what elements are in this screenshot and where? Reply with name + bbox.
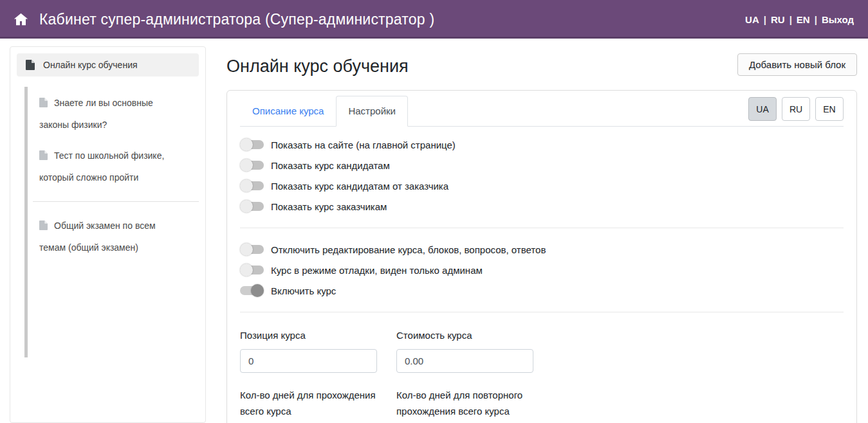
add-block-button[interactable]: Добавить новый блок xyxy=(737,53,857,76)
toggle-row: Курс в режиме отладки, виден только адми… xyxy=(240,264,844,276)
page-layout: Онлайн курс обучения Знаете ли вы основн… xyxy=(0,39,868,423)
switch-knob xyxy=(240,264,253,276)
course-position-field: Позиция курса xyxy=(240,327,377,373)
toggle-label: Показать курс кандидатам от заказчика xyxy=(271,181,448,192)
sidebar: Онлайн курс обучения Знаете ли вы основн… xyxy=(10,46,206,423)
file-icon xyxy=(26,60,35,70)
sidebar-divider xyxy=(33,201,199,202)
course-position-input[interactable] xyxy=(240,349,377,373)
file-icon xyxy=(39,98,48,107)
sidebar-item-label: Общий экзамен по всем темам (общий экзам… xyxy=(39,221,156,253)
sidebar-item-label: Онлайн курс обучения xyxy=(43,60,138,70)
toggle-label: Показать курс кандидатам xyxy=(271,160,390,171)
section-divider xyxy=(240,228,844,228)
sidebar-item-block-3[interactable]: Общий экзамен по всем темам (общий экзам… xyxy=(28,215,199,258)
header-lang-en[interactable]: EN xyxy=(797,14,810,25)
tabs: Описание курса Настройки xyxy=(240,96,408,126)
toggle-switch-show-candidates[interactable] xyxy=(240,159,264,172)
days-to-complete-field: Кол-во дней для прохождения всего курса xyxy=(240,387,377,423)
nav-separator: | xyxy=(790,14,792,25)
toggle-switch-show-customer-candidates[interactable] xyxy=(240,179,264,192)
nav-separator: | xyxy=(815,14,817,25)
toggle-switch-show-customers[interactable] xyxy=(240,200,264,213)
visibility-toggle-group: Показать на сайте (на главной странице) … xyxy=(240,138,844,213)
tabs-row: Описание курса Настройки UA RU EN xyxy=(240,96,844,127)
nav-separator: | xyxy=(764,14,766,25)
course-card: Описание курса Настройки UA RU EN Показа… xyxy=(226,90,857,423)
toggle-label: Курс в режиме отладки, виден только адми… xyxy=(271,265,483,276)
switch-knob xyxy=(240,179,253,192)
title-row: Онлайн курс обучения Добавить новый блок xyxy=(226,53,857,76)
toggle-row: Отключить редактирование курса, блоков, … xyxy=(240,243,844,256)
card-lang-ru-button[interactable]: RU xyxy=(782,97,810,121)
switch-knob xyxy=(240,243,253,256)
main-content: Онлайн курс обучения Добавить новый блок… xyxy=(206,46,868,423)
toggle-row: Включить курс xyxy=(240,284,844,297)
page-title: Онлайн курс обучения xyxy=(226,57,409,76)
card-lang-group: UA RU EN xyxy=(748,97,844,121)
switch-knob xyxy=(240,138,253,151)
card-lang-ua-button[interactable]: UA xyxy=(748,97,777,121)
course-cost-input[interactable] xyxy=(396,349,533,373)
header-lang-ua[interactable]: UA xyxy=(745,14,759,25)
section-divider xyxy=(240,312,844,312)
toggle-switch-disable-editing[interactable] xyxy=(240,243,264,256)
home-icon[interactable] xyxy=(13,12,29,28)
app-header: Кабинет супер-администратора (Супер-адми… xyxy=(0,0,868,39)
sidebar-item-block-2[interactable]: Тест по школьной физике, который сложно … xyxy=(28,145,199,188)
toggle-label: Показать курс заказчикам xyxy=(271,201,387,212)
file-icon xyxy=(39,150,48,160)
days-to-retake-field: Кол-во дней для повторного прохождения в… xyxy=(396,387,533,423)
toggle-switch-show-on-site[interactable] xyxy=(240,138,264,151)
course-cost-field: Стоимость курса xyxy=(396,327,533,373)
header-nav: UA | RU | EN | Выход xyxy=(745,14,854,25)
toggle-row: Показать курс кандидатам xyxy=(240,159,844,172)
field-label: Позиция курса xyxy=(240,327,377,343)
header-lang-ru[interactable]: RU xyxy=(771,14,785,25)
fields-row: Позиция курса Стоимость курса xyxy=(240,327,844,373)
sidebar-item-block-1[interactable]: Знаете ли вы основные законы физики? xyxy=(28,92,199,136)
toggle-switch-debug-mode[interactable] xyxy=(240,264,264,276)
toggle-label: Включить курс xyxy=(271,285,336,296)
field-label: Кол-во дней для прохождения всего курса xyxy=(240,387,377,419)
field-label: Кол-во дней для повторного прохождения в… xyxy=(396,387,533,419)
toggle-label: Показать на сайте (на главной странице) xyxy=(271,140,456,150)
sidebar-sublist: Знаете ли вы основные законы физики? Тес… xyxy=(24,87,199,357)
field-label: Стоимость курса xyxy=(396,327,533,343)
state-toggle-group: Отключить редактирование курса, блоков, … xyxy=(240,243,844,297)
sidebar-item-label: Знаете ли вы основные законы физики? xyxy=(39,98,153,130)
logout-link[interactable]: Выход xyxy=(822,14,854,25)
card-lang-en-button[interactable]: EN xyxy=(815,97,844,121)
switch-knob xyxy=(240,200,253,213)
sidebar-item-course[interactable]: Онлайн курс обучения xyxy=(17,53,199,76)
switch-knob xyxy=(240,159,253,172)
toggle-row: Показать на сайте (на главной странице) xyxy=(240,138,844,151)
app-title: Кабинет супер-администратора (Супер-адми… xyxy=(39,11,434,28)
toggle-switch-enable-course[interactable] xyxy=(240,284,264,297)
tab-settings[interactable]: Настройки xyxy=(336,96,408,127)
file-icon xyxy=(39,221,48,230)
switch-knob xyxy=(251,284,264,297)
tab-course-description[interactable]: Описание курса xyxy=(240,96,336,127)
toggle-label: Отключить редактирование курса, блоков, … xyxy=(271,244,546,255)
sidebar-item-label: Тест по школьной физике, который сложно … xyxy=(39,150,164,183)
toggle-row: Показать курс заказчикам xyxy=(240,200,844,213)
fields-row: Кол-во дней для прохождения всего курса … xyxy=(240,387,844,423)
toggle-row: Показать курс кандидатам от заказчика xyxy=(240,179,844,192)
